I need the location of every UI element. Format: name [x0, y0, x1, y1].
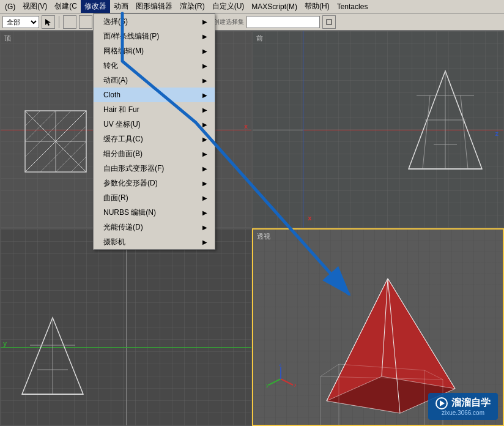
arrow-radiosity: ▶: [202, 224, 207, 231]
arrow-parametric: ▶: [202, 180, 207, 187]
separator-1: [59, 16, 59, 28]
viewport-container: 顶 y x 前: [0, 31, 504, 426]
menu-g[interactable]: (G): [1, 1, 19, 12]
watermark-name: 溜溜自学: [451, 397, 491, 409]
btn-2[interactable]: [79, 15, 92, 29]
menu-select[interactable]: 选择(S) ▶: [94, 14, 215, 29]
menu-ffd[interactable]: 自由形式变形器(F) ▶: [94, 161, 215, 176]
svg-text:y: y: [266, 382, 269, 388]
arrow-subdivision: ▶: [202, 151, 207, 157]
viewport-left[interactable]: y: [0, 228, 252, 426]
z-axis-front: [303, 31, 303, 228]
menu-cloth[interactable]: Cloth ▶: [94, 88, 215, 102]
arrow-camera: ▶: [202, 239, 207, 245]
arrow-nurbs: ▶: [202, 209, 207, 216]
arrow-mesh: ▶: [202, 48, 207, 54]
svg-text:z: z: [279, 364, 282, 367]
arrow-spline: ▶: [202, 33, 207, 40]
menu-tentacles[interactable]: Tentacles: [333, 1, 372, 12]
menu-spline-edit[interactable]: 面/样条线编辑(P) ▶: [94, 29, 215, 43]
menu-help[interactable]: 帮助(H): [301, 0, 333, 13]
menu-radiosity[interactable]: 光能传递(D) ▶: [94, 220, 215, 234]
menu-nurbs[interactable]: NURBS 编辑(N) ▶: [94, 205, 215, 220]
menu-cache[interactable]: 缓存工具(C) ▶: [94, 132, 215, 146]
svg-line-23: [461, 95, 468, 169]
arrow-surface: ▶: [202, 195, 207, 201]
menu-animation[interactable]: 动画: [110, 0, 132, 13]
menu-customize[interactable]: 自定义(U): [209, 0, 248, 13]
menu-camera[interactable]: 摄影机 ▶: [94, 234, 215, 249]
menu-surface[interactable]: 曲面(R) ▶: [94, 190, 215, 205]
pyramid-left-wireframe: [19, 315, 86, 400]
menubar: (G) 视图(V) 创建(C 修改器 动画 图形编辑器 渲染(R) 自定义(U)…: [0, 0, 504, 13]
menu-animation-item[interactable]: 动画(A) ▶: [94, 73, 215, 88]
x-label-front: x: [308, 214, 311, 222]
svg-line-42: [321, 364, 339, 376]
menu-render[interactable]: 渲染(R): [176, 0, 209, 13]
selection-set-input[interactable]: [246, 16, 320, 28]
btn-7[interactable]: [322, 15, 336, 29]
menu-modify[interactable]: 修改器: [81, 0, 110, 13]
menu-hair-fur[interactable]: Hair 和 Fur ▶: [94, 102, 215, 117]
create-select-label: 创建选择集: [213, 18, 244, 26]
x-label-top: x: [244, 122, 248, 130]
menu-create[interactable]: 创建(C: [51, 0, 81, 13]
pyramid-front-wireframe: [406, 68, 485, 178]
menu-view[interactable]: 视图(V): [19, 0, 51, 13]
menu-mesh-edit[interactable]: 网格编辑(M) ▶: [94, 43, 215, 58]
arrow-select: ▶: [202, 18, 207, 25]
play-icon: [435, 397, 448, 409]
watermark-brand: 溜溜自学: [435, 397, 491, 409]
viewport-perspective[interactable]: 透视: [252, 228, 504, 426]
arrow-ffd: ▶: [202, 165, 207, 172]
arrow-convert: ▶: [202, 62, 207, 69]
toolbar: 全部 视图 ABC 创建选择集: [0, 13, 504, 31]
watermark: 溜溜自学 zixue.3066.com: [428, 393, 498, 420]
pyramid-top-wireframe: [19, 105, 92, 178]
arrow-uv: ▶: [202, 121, 207, 128]
svg-marker-0: [45, 19, 51, 26]
arrow-hair: ▶: [202, 106, 207, 113]
menu-subdivision[interactable]: 细分曲面(B) ▶: [94, 146, 215, 161]
arrow-cache: ▶: [202, 136, 207, 143]
select-filter[interactable]: 全部: [2, 16, 39, 28]
watermark-url: zixue.3066.com: [442, 409, 484, 416]
svg-marker-5: [327, 20, 332, 24]
menu-maxscript[interactable]: MAXScript(M): [248, 1, 301, 12]
menu-parametric[interactable]: 参数化变形器(D) ▶: [94, 176, 215, 190]
arrow-animation: ▶: [202, 77, 207, 84]
menu-graph-editor[interactable]: 图形编辑器: [132, 0, 176, 13]
arrow-cloth: ▶: [202, 92, 207, 99]
svg-text:x: x: [294, 382, 296, 388]
menu-convert[interactable]: 转化 ▶: [94, 58, 215, 73]
z-label-front: z: [495, 130, 499, 137]
dropdown-menu: 选择(S) ▶ 面/样条线编辑(P) ▶ 网格编辑(M) ▶ 转化 ▶ 动画(A…: [93, 13, 215, 250]
svg-line-50: [281, 379, 293, 385]
axis-v-left: [126, 229, 127, 425]
menu-uv[interactable]: UV 坐标(U) ▶: [94, 117, 215, 132]
btn-1[interactable]: [63, 15, 76, 29]
y-label-left: y: [3, 340, 7, 347]
play-triangle: [440, 400, 445, 406]
axis-indicator: x y z: [265, 364, 296, 394]
viewport-front[interactable]: 前 x z: [252, 31, 504, 228]
svg-line-22: [423, 95, 430, 169]
svg-line-51: [269, 379, 281, 385]
select-tool-btn[interactable]: [42, 15, 55, 29]
